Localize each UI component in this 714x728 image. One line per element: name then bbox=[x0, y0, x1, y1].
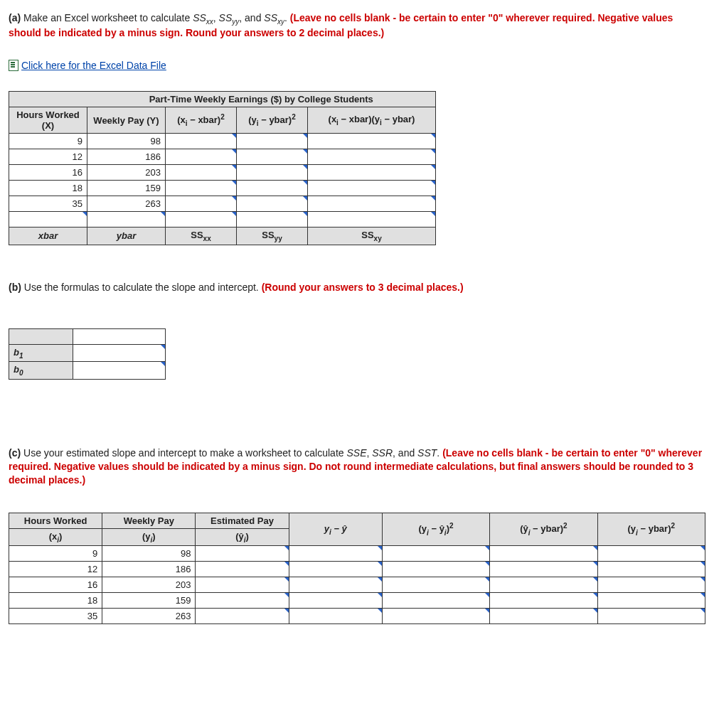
input-cell[interactable] bbox=[382, 546, 489, 562]
sse-ssr-sst-table: Hours Worked Weekly Pay Estimated Pay yi… bbox=[9, 513, 705, 625]
input-cell[interactable] bbox=[289, 577, 382, 593]
input-cell[interactable] bbox=[237, 165, 308, 181]
b0-input[interactable] bbox=[73, 362, 166, 380]
input-cell[interactable] bbox=[166, 165, 237, 181]
input-cell[interactable] bbox=[308, 196, 436, 212]
table-row-blank bbox=[9, 212, 436, 228]
table-title: Part-Time Weekly Earnings ($) by College… bbox=[87, 92, 436, 107]
table-row: 9 98 bbox=[9, 546, 705, 562]
input-cell[interactable] bbox=[237, 181, 308, 196]
input-cell[interactable] bbox=[597, 577, 705, 593]
col-cross: (xi − xbar)(yi − ybar) bbox=[308, 107, 436, 134]
input-cell[interactable] bbox=[490, 609, 597, 624]
part-a-label: (a) bbox=[9, 12, 21, 23]
excel-data-file-link[interactable]: Click here for the Excel Data File bbox=[9, 60, 166, 71]
input-cell[interactable] bbox=[308, 149, 436, 165]
col-hours-worked: Hours Worked(X) bbox=[9, 107, 87, 134]
table-row: 35 263 bbox=[9, 196, 436, 212]
col-weekly-pay: Weekly Pay (Y) bbox=[87, 107, 166, 134]
input-cell[interactable] bbox=[382, 562, 489, 577]
input-cell[interactable] bbox=[196, 562, 289, 577]
col-residual-sq: (yi − ŷi)2 bbox=[382, 513, 489, 546]
input-cell[interactable] bbox=[289, 546, 382, 562]
input-cell[interactable] bbox=[196, 609, 289, 624]
input-cell[interactable] bbox=[196, 593, 289, 609]
ssxy-header: SSxy bbox=[308, 228, 436, 245]
input-cell[interactable] bbox=[597, 593, 705, 609]
input-cell[interactable] bbox=[289, 609, 382, 624]
table-row: 18 159 bbox=[9, 181, 436, 196]
table-row: 16 203 bbox=[9, 577, 705, 593]
table-row: b0 bbox=[9, 362, 166, 380]
table-row: 12 186 bbox=[9, 562, 705, 577]
earnings-table: Part-Time Weekly Earnings ($) by College… bbox=[9, 91, 436, 245]
table-row: b1 bbox=[9, 344, 166, 362]
col-yhat-ybar-sq: (ŷi − ybar)2 bbox=[490, 513, 597, 546]
ssxx-header: SSxx bbox=[166, 228, 237, 245]
input-cell[interactable] bbox=[237, 149, 308, 165]
col-residual: yi − ŷ bbox=[289, 513, 382, 546]
col-hours-worked: Hours Worked bbox=[9, 513, 102, 528]
input-cell[interactable] bbox=[196, 546, 289, 562]
input-cell[interactable] bbox=[237, 134, 308, 149]
b1-label: b1 bbox=[9, 344, 73, 362]
part-b-prompt: (b) Use the formulas to calculate the sl… bbox=[9, 281, 705, 294]
part-b-red-instruction: (Round your answers to 3 decimal places.… bbox=[262, 282, 464, 293]
part-b-label: (b) bbox=[9, 282, 21, 293]
input-cell[interactable] bbox=[597, 609, 705, 624]
input-cell[interactable] bbox=[308, 181, 436, 196]
b0-label: b0 bbox=[9, 362, 73, 380]
input-cell[interactable] bbox=[597, 562, 705, 577]
input-cell[interactable] bbox=[382, 609, 489, 624]
input-cell[interactable] bbox=[490, 577, 597, 593]
col-weekly-pay: Weekly Pay bbox=[102, 513, 196, 528]
input-cell[interactable] bbox=[308, 212, 436, 228]
input-cell[interactable] bbox=[289, 593, 382, 609]
input-cell[interactable] bbox=[237, 212, 308, 228]
input-cell[interactable] bbox=[597, 546, 705, 562]
xbar-header: xbar bbox=[9, 228, 87, 245]
table-row: 18 159 bbox=[9, 593, 705, 609]
input-cell[interactable] bbox=[196, 577, 289, 593]
input-cell[interactable] bbox=[87, 212, 166, 228]
summary-header-row: xbar ybar SSxx SSyy SSxy bbox=[9, 228, 436, 245]
part-c-label: (c) bbox=[9, 447, 21, 459]
slope-intercept-table: b1 b0 bbox=[9, 328, 166, 380]
ybar-header: ybar bbox=[87, 228, 166, 245]
input-cell[interactable] bbox=[166, 134, 237, 149]
col-y-ybar-sq: (yi − ybar)2 bbox=[597, 513, 705, 546]
input-cell[interactable] bbox=[166, 212, 237, 228]
input-cell[interactable] bbox=[166, 181, 237, 196]
col-estimated-pay: Estimated Pay bbox=[196, 513, 289, 528]
document-icon bbox=[9, 60, 18, 71]
input-cell[interactable] bbox=[490, 593, 597, 609]
table-row: 12 186 bbox=[9, 149, 436, 165]
table-row: 35 263 bbox=[9, 609, 705, 624]
table-row: 9 98 bbox=[9, 134, 436, 149]
part-c-prompt: (c) Use your estimated slope and interce… bbox=[9, 446, 705, 487]
table-row: 16 203 bbox=[9, 165, 436, 181]
input-cell[interactable] bbox=[166, 149, 237, 165]
input-cell[interactable] bbox=[166, 196, 237, 212]
part-a-prompt: (a) Make an Excel worksheet to calculate… bbox=[9, 11, 705, 40]
col-xdev2: (xi − xbar)2 bbox=[166, 107, 237, 134]
input-cell[interactable] bbox=[289, 562, 382, 577]
input-cell[interactable] bbox=[490, 546, 597, 562]
input-cell[interactable] bbox=[308, 165, 436, 181]
input-cell[interactable] bbox=[382, 577, 489, 593]
col-ydev2: (yi − ybar)2 bbox=[237, 107, 308, 134]
input-cell[interactable] bbox=[237, 196, 308, 212]
input-cell[interactable] bbox=[308, 134, 436, 149]
input-cell[interactable] bbox=[490, 562, 597, 577]
input-cell[interactable] bbox=[382, 593, 489, 609]
ssyy-header: SSyy bbox=[237, 228, 308, 245]
input-cell[interactable] bbox=[9, 212, 87, 228]
b1-input[interactable] bbox=[73, 344, 166, 362]
